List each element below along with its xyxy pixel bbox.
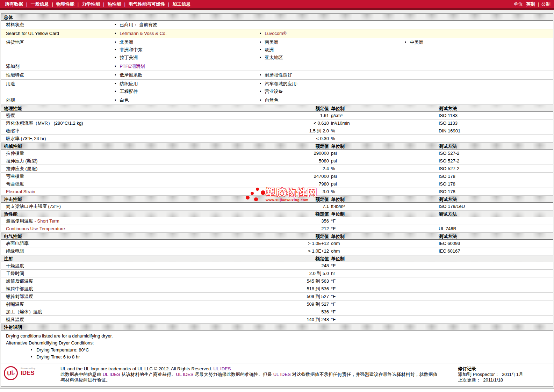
bullet-item: 非洲和中东: [110, 46, 255, 54]
nav-tab-4[interactable]: 力学性能: [82, 1, 100, 7]
bullet-item-text: 工程配件: [120, 89, 138, 94]
nav-tab-6[interactable]: 电气性能与可燃性: [129, 1, 165, 7]
bullet-item-link[interactable]: Lehmann & Voss & Co.: [120, 31, 166, 36]
table-row: 拉伸应变 (屈服)2.4%ISO 527-2: [1, 165, 553, 173]
table-row: Search for UL Yellow CardLehmann & Voss …: [1, 29, 553, 38]
row-label: 干燥时间: [1, 270, 263, 277]
bullet-item-link[interactable]: Luvocom®: [265, 31, 286, 36]
notes-section: Drying conditions listed are for a dehum…: [1, 331, 553, 363]
table-row: 射嘴温度509 到 527°F: [1, 300, 553, 308]
ul-ides-link[interactable]: UL IDES: [273, 372, 291, 377]
nav-separator: |: [124, 1, 125, 7]
bullet-column-3: [400, 21, 553, 29]
row-label: 溶化体积流率（MVR） (280°C/1.2 kg): [1, 119, 263, 127]
row-label-text: 螺筒后部温度: [6, 278, 33, 284]
revision-record: 修订记录 添加到 Prospector： 2011年1月 上次更新： 2011/…: [458, 366, 523, 383]
unit-metric-link[interactable]: 公制: [541, 1, 551, 7]
table-row: 材料状态已商用： 当前有效: [1, 21, 553, 29]
table-row: 拉伸应力 (断裂)5080psiISO 527-2: [1, 157, 553, 165]
row-test-method: ISO 1183: [438, 112, 553, 119]
bullet-column-1: Lehmann & Voss & Co.: [110, 30, 255, 37]
ul-logo-text: UL: [6, 369, 15, 377]
bullet-item-text: 北美洲: [120, 39, 133, 45]
row-label: 弯曲模量: [1, 173, 263, 180]
ul-ides-link[interactable]: UL IDES: [103, 372, 120, 377]
nav-accent-strip: [0, 8, 554, 10]
revision-added: 添加到 Prospector： 2011年1月: [458, 372, 523, 377]
bullet-item-text: 已商用： 当前有效: [120, 22, 157, 27]
bullet-item: 中美洲: [400, 38, 553, 46]
nav-separator: |: [52, 1, 53, 7]
nav-tab-3[interactable]: 物理性能: [56, 1, 74, 7]
row-label-text: 拉伸应变 (屈服): [6, 166, 37, 171]
row-label: 螺筒后部温度: [1, 277, 263, 285]
footer-disclaimer: UL and the UL logo are trademarks of UL …: [60, 366, 440, 383]
section-header: 物理性能额定值单位制测试方法: [1, 105, 553, 112]
row-label-text: 螺筒中部温度: [6, 286, 33, 291]
revision-added-value: 2011年1月: [502, 372, 523, 377]
row-value: < 0.30: [263, 135, 329, 142]
column-header-method: 测试方法: [438, 233, 553, 240]
nav-separator: |: [168, 1, 169, 7]
table-row: 简支梁缺口冲击强度 (73°F)7.1ft·lb/in²ISO 179/1eU: [1, 203, 553, 210]
row-label-text: 溶化体积流率（MVR） (280°C/1.2 kg): [6, 121, 83, 126]
nav-tab-5[interactable]: 热性能: [108, 1, 121, 7]
section-header: 热性能额定值单位制测试方法: [1, 210, 553, 217]
row-label-untranslated: - Short Term: [35, 218, 59, 224]
table-row: 溶化体积流率（MVR） (280°C/1.2 kg)< 0.610in³/10m…: [1, 119, 553, 127]
nav-tab-1[interactable]: 所有数据: [5, 1, 23, 7]
bullet-item-text: 拉丁美洲: [120, 55, 138, 60]
row-unit: psi: [329, 173, 438, 180]
row-value: 509 到 527: [263, 293, 329, 300]
table-row: 弯曲强度7980psiISO 178: [1, 180, 553, 188]
row-label: 收缩率: [1, 127, 263, 135]
bullet-item-text: 营业设备: [265, 89, 283, 94]
table-row: 密度1.61g/cm³ISO 1183: [1, 112, 553, 119]
section-title: 总体: [1, 14, 263, 21]
column-header-value: 额定值: [263, 143, 329, 150]
revision-added-label: 添加到 Prospector：: [458, 372, 499, 377]
row-test-method: ISO 527-2: [438, 165, 553, 172]
row-label-text: 最高使用温度: [6, 218, 35, 224]
bullet-column-1: 北美洲非洲和中东拉丁美洲: [110, 38, 255, 61]
bullet-column-2: 耐磨损性良好: [255, 71, 400, 79]
row-label: 拉伸模量: [1, 150, 263, 157]
row-unit: °F: [329, 262, 438, 269]
table-row: 绝缘电阻> 1.0E+12ohmIEC 60167: [1, 247, 553, 255]
column-header-method: [438, 255, 553, 262]
bullet-item: 低摩擦系数: [110, 71, 255, 79]
row-test-method: ISO 527-2: [438, 157, 553, 165]
table-row: 用途纺织应用工程配件汽车领域的应用:营业设备: [1, 80, 553, 96]
table-row: 螺筒中部温度518 到 536°F: [1, 285, 553, 293]
row-value: > 1.0E+12: [263, 247, 329, 255]
table-row: 模具温度140 到 248°F: [1, 316, 553, 324]
ul-ides-link[interactable]: UL IDES: [176, 372, 193, 377]
nav-separator: |: [26, 1, 27, 7]
bullet-item-text: 南美洲: [265, 39, 278, 45]
row-label: 密度: [1, 112, 263, 119]
bullet-column-3: [400, 71, 553, 79]
row-label: 吸水率 (73°F, 24 hr): [1, 135, 263, 142]
row-label: 绝缘电阻: [1, 247, 263, 255]
row-test-method: ISO 178: [438, 180, 553, 188]
bullet-column-3: [400, 96, 553, 104]
table-row: 螺筒后部温度545 到 563°F: [1, 277, 553, 285]
row-label-text: 干燥温度: [6, 263, 24, 268]
nav-tab-7[interactable]: 加工信息: [172, 1, 190, 7]
ul-ides-link[interactable]: UL IDES: [213, 366, 231, 371]
bullet-item-link[interactable]: PTFE润滑剂: [120, 64, 145, 69]
bullet-item: 自然色: [255, 96, 400, 104]
table-row: 吸水率 (73°F, 24 hr)< 0.30%: [1, 135, 553, 143]
table-row: 外观白色自然色: [1, 96, 553, 105]
nav-tab-2[interactable]: 一般信息: [30, 1, 49, 7]
row-value: 536: [263, 308, 329, 315]
column-header-unit: 单位制: [329, 196, 438, 203]
section-header: 机械性能额定值单位制测试方法: [1, 143, 553, 150]
row-unit: °F: [329, 316, 438, 323]
bullet-column-2: 南美洲欧洲亚太地区: [255, 38, 400, 61]
table-row: Continuous Use Temperature212°FUL 746B: [1, 225, 553, 233]
row-test-method: ISO 178: [438, 173, 553, 180]
section-header: 总体: [1, 14, 553, 21]
unit-switcher: 单位 英制 | 公制: [514, 1, 551, 7]
row-label-text: 弯曲模量: [6, 174, 24, 179]
